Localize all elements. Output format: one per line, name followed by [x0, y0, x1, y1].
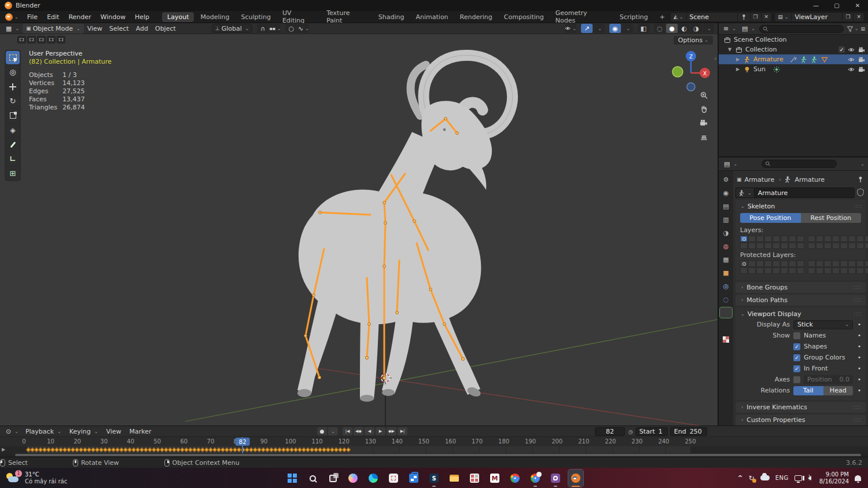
- layer-toggle[interactable]: [797, 260, 804, 267]
- proportional-falloff-dropdown[interactable]: ∿⌄: [297, 24, 309, 33]
- layer-toggle[interactable]: [808, 267, 815, 274]
- scene-new-button[interactable]: ❐: [750, 13, 761, 21]
- properties-tab-tool[interactable]: [720, 174, 732, 185]
- transport-jump-to-start[interactable]: |◀: [343, 427, 352, 435]
- properties-tab-object[interactable]: [720, 267, 732, 278]
- layer-toggle[interactable]: [848, 267, 856, 274]
- view-menu[interactable]: View: [102, 427, 124, 436]
- animate-dot[interactable]: •: [856, 332, 862, 339]
- close-button[interactable]: ✕: [847, 0, 868, 11]
- layer-toggle[interactable]: [816, 243, 823, 249]
- layer-toggle[interactable]: [865, 260, 868, 267]
- channel-expand-arrow[interactable]: ▶: [2, 447, 5, 452]
- current-frame-badge[interactable]: 82: [236, 438, 250, 446]
- camera-view-button[interactable]: [697, 116, 711, 130]
- workspace-tab-layout[interactable]: Layout: [162, 12, 194, 22]
- inverse-kinematics-panel-header[interactable]: ›Inverse Kinematics::::: [735, 402, 866, 413]
- menu-edit[interactable]: Edit: [42, 11, 64, 23]
- menu-render[interactable]: Render: [64, 11, 95, 23]
- taskbar-icon-m-app[interactable]: [487, 469, 502, 487]
- shading-solid-button[interactable]: ●: [666, 24, 678, 33]
- layer-toggle[interactable]: [808, 260, 815, 267]
- taskbar-icon-store[interactable]: [406, 469, 421, 487]
- viewport-menu-select[interactable]: Select: [106, 24, 133, 34]
- layer-toggle[interactable]: [773, 243, 780, 249]
- taskbar-icon-file-explorer[interactable]: [447, 469, 462, 487]
- properties-tab-render[interactable]: [720, 188, 732, 198]
- sidebar-collapse-arrow[interactable]: ‹: [714, 56, 716, 61]
- taskbar-icon-start[interactable]: [285, 469, 300, 487]
- workspace-tab-animation[interactable]: Animation: [411, 12, 454, 22]
- layer-toggle[interactable]: [848, 236, 856, 242]
- taskbar-icon-chrome-alt[interactable]: [528, 469, 543, 487]
- shapes-checkbox[interactable]: [793, 343, 800, 350]
- breadcrumb-object[interactable]: Armature: [745, 176, 775, 184]
- expand-arrow-icon[interactable]: ▶: [735, 57, 741, 62]
- layer-toggle[interactable]: [816, 260, 823, 267]
- select-mode-intersect[interactable]: [57, 36, 65, 43]
- select-mode-extend[interactable]: [27, 36, 36, 43]
- select-mode-new[interactable]: [17, 36, 26, 43]
- layer-toggle[interactable]: [832, 267, 840, 274]
- layer-toggle[interactable]: [848, 243, 856, 249]
- layer-toggle[interactable]: [756, 243, 764, 249]
- layer-toggle[interactable]: [781, 267, 788, 274]
- bone-groups-panel-header[interactable]: ›Bone Groups::::: [735, 282, 866, 293]
- start-frame-field[interactable]: Start1: [635, 427, 668, 436]
- layer-toggle[interactable]: [865, 236, 868, 242]
- shading-rendered-button[interactable]: ◑: [690, 24, 702, 33]
- layer-toggle[interactable]: [740, 260, 748, 267]
- scene-pin-icon[interactable]: [737, 13, 750, 21]
- select-mode-invert[interactable]: [47, 36, 56, 43]
- taskbar-icon-blender[interactable]: [568, 469, 583, 487]
- scene-unlink-button[interactable]: ✕: [761, 13, 772, 21]
- workspace-tab-rendering[interactable]: Rendering: [455, 12, 498, 22]
- layer-toggle[interactable]: [797, 243, 804, 249]
- datablock-browse-button[interactable]: ⌄: [735, 188, 754, 198]
- layer-toggle[interactable]: [756, 260, 764, 267]
- transport-jump-to-end[interactable]: ▶|: [398, 427, 407, 435]
- timeline-scrollbar[interactable]: [0, 453, 868, 457]
- taskbar-icon-copilot[interactable]: [345, 469, 361, 487]
- workspace-tab-compositing[interactable]: Compositing: [499, 12, 549, 22]
- layer-toggle[interactable]: [856, 236, 864, 242]
- snap-toggle[interactable]: ∩: [257, 24, 269, 33]
- layer-toggle[interactable]: [832, 260, 840, 267]
- volume-icon[interactable]: [808, 476, 814, 480]
- render-camera-icon[interactable]: [858, 46, 866, 53]
- viewlayer-name[interactable]: ViewLayer: [791, 13, 842, 21]
- layer-toggle[interactable]: [840, 260, 848, 267]
- properties-tab-object-data[interactable]: [720, 307, 732, 318]
- properties-tab-view-layer[interactable]: [720, 214, 732, 225]
- outliner-row-sun[interactable]: ▶ Sun: [719, 64, 868, 74]
- layer-toggle[interactable]: [856, 243, 864, 249]
- properties-tab-world[interactable]: [720, 241, 732, 251]
- blender-menu-button[interactable]: ⌄: [0, 13, 23, 21]
- skeleton-panel-header[interactable]: ⌄Skeleton::::: [739, 201, 862, 211]
- names-checkbox[interactable]: [793, 332, 800, 339]
- layer-toggle[interactable]: [816, 267, 823, 274]
- layer-toggle[interactable]: [740, 236, 748, 242]
- layer-toggle[interactable]: [748, 243, 756, 249]
- overlays-toggle[interactable]: ◉: [609, 24, 621, 33]
- animate-dot[interactable]: •: [856, 321, 862, 328]
- viewport-menu-view[interactable]: View: [84, 24, 106, 34]
- minimize-button[interactable]: —: [806, 0, 826, 11]
- layer-toggle[interactable]: [740, 267, 748, 274]
- tool-rotate[interactable]: [6, 94, 20, 108]
- layer-toggle[interactable]: [789, 243, 796, 249]
- breadcrumb-data[interactable]: Armature: [795, 176, 825, 184]
- transport-next-keyframe[interactable]: ◆▶: [387, 427, 396, 435]
- pan-hand-button[interactable]: [697, 102, 711, 116]
- layer-toggle[interactable]: [773, 267, 780, 274]
- properties-tab-constraints[interactable]: [720, 281, 732, 291]
- properties-tab-texture[interactable]: [720, 334, 732, 344]
- layer-toggle[interactable]: [848, 260, 856, 267]
- update-sync-icon[interactable]: ↻: [749, 474, 755, 482]
- workspace-tab-shading[interactable]: Shading: [373, 12, 410, 22]
- viewlayer-browse-button[interactable]: ▤⌄: [775, 13, 791, 21]
- layer-toggle[interactable]: [764, 243, 772, 249]
- transport-previous-keyframe[interactable]: ◀◆: [354, 427, 363, 435]
- animate-dot[interactable]: •: [856, 376, 862, 383]
- tool-annotate[interactable]: [6, 138, 20, 151]
